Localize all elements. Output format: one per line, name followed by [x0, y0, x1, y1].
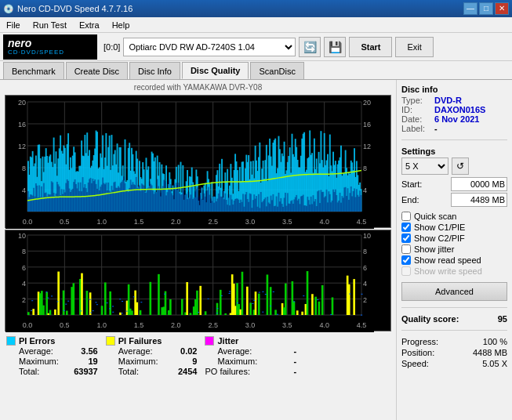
refresh-button[interactable]: 🔄 [299, 37, 321, 57]
jitter-avg-value: - [257, 346, 296, 356]
start-label: Start: [401, 179, 422, 189]
advanced-button[interactable]: Advanced [401, 282, 507, 301]
id-label: ID: [401, 105, 431, 114]
pi-errors-total-label: Total: [19, 367, 39, 376]
pi-failures-avg-label: Average: [118, 346, 153, 356]
show-c1pie-label: Show C1/PIE [414, 223, 465, 232]
maximize-button[interactable]: □ [479, 2, 493, 15]
disc-info-title: Disc info [401, 85, 507, 94]
end-label: End: [401, 195, 419, 205]
pi-errors-label: PI Errors [19, 336, 55, 346]
pi-errors-avg-label: Average: [19, 346, 53, 356]
po-failures-label: PO failures: [205, 367, 249, 376]
show-read-speed-label: Show read speed [414, 255, 481, 265]
pi-errors-total-value: 63937 [59, 367, 98, 376]
pi-failures-total-label: Total: [118, 367, 139, 376]
pi-errors-max-label: Maximum: [19, 357, 59, 366]
start-input[interactable] [451, 177, 507, 191]
type-label: Type: [401, 96, 431, 105]
save-button[interactable]: 💾 [324, 37, 346, 57]
type-value: DVD-R [434, 96, 462, 105]
jitter-max-label: Maximum: [217, 357, 257, 366]
app-icon: 💿 [3, 4, 14, 14]
progress-label: Progress: [401, 337, 438, 346]
show-c2pif-label: Show C2/PIF [414, 234, 465, 243]
tab-disc-quality[interactable]: Disc Quality [182, 62, 249, 79]
speed-label: Speed: [401, 359, 429, 368]
pi-errors-avg-value: 3.56 [59, 346, 98, 356]
checkboxes-section: Quick scan Show C1/PIE Show C2/PIF Show … [401, 212, 507, 276]
menu-run-test[interactable]: Run Test [30, 19, 70, 31]
settings-section: Settings 5 X 1 X 2 X 4 X 8 X Max ↺ Start… [401, 147, 507, 207]
stats-row: PI Errors Average: 3.56 Maximum: 19 Tota… [5, 333, 391, 378]
label-label: Label: [401, 124, 431, 133]
show-read-speed-checkbox[interactable] [401, 255, 411, 265]
main-content: recorded with YAMAKAWA DVR-Y08 PI Errors… [0, 80, 512, 420]
menu-help[interactable]: Help [109, 19, 133, 31]
quick-scan-checkbox[interactable] [401, 212, 411, 221]
start-button[interactable]: Start [349, 37, 392, 57]
position-value: 4488 MB [473, 348, 507, 357]
pi-failures-group: PI Failures Average: 0.02 Maximum: 9 Tot… [106, 336, 198, 376]
position-label: Position: [401, 348, 434, 357]
jitter-max-value: - [257, 357, 296, 366]
pi-failures-color [106, 336, 115, 346]
po-failures-value: - [257, 367, 296, 376]
end-input[interactable] [451, 193, 507, 207]
jitter-avg-label: Average: [217, 346, 252, 356]
title-bar: 💿 Nero CD-DVD Speed 4.7.7.16 — □ ✕ [0, 0, 512, 17]
tab-scan-disc[interactable]: ScanDisc [250, 62, 303, 79]
toolbar: nero CD·DVD/SPEED [0:0] Optiarc DVD RW A… [0, 33, 512, 61]
nero-product: CD·DVD/SPEED [8, 49, 64, 56]
pi-failures-label: PI Failures [118, 336, 162, 346]
tab-benchmark[interactable]: Benchmark [3, 62, 64, 79]
pi-errors-color [6, 336, 16, 346]
jitter-label: Jitter [217, 336, 238, 346]
title-bar-text: Nero CD-DVD Speed 4.7.7.16 [17, 4, 133, 13]
show-write-speed-label: Show write speed [414, 266, 482, 276]
quality-score-value: 95 [498, 314, 507, 324]
pi-failures-avg-value: 0.02 [158, 346, 197, 356]
drive-select[interactable]: Optiarc DVD RW AD-7240S 1.04 [123, 38, 296, 56]
nero-logo: nero CD·DVD/SPEED [3, 34, 97, 60]
quality-score-label: Quality score: [401, 314, 459, 324]
settings-title: Settings [401, 147, 507, 156]
pi-failures-max-value: 9 [158, 357, 197, 366]
drive-label: [0:0] [103, 42, 120, 52]
minimize-button[interactable]: — [463, 2, 478, 15]
show-jitter-checkbox[interactable] [401, 244, 411, 254]
show-c2pif-checkbox[interactable] [401, 234, 411, 243]
label-value: - [434, 124, 438, 133]
speed-display-value: 5.05 X [482, 359, 507, 368]
bottom-chart [5, 230, 391, 331]
quick-scan-label: Quick scan [414, 212, 456, 221]
drive-selector: [0:0] Optiarc DVD RW AD-7240S 1.04 [103, 38, 296, 56]
nero-brand: nero [8, 38, 31, 49]
right-panel: Disc info Type: DVD-R ID: DAXON016S Date… [396, 80, 512, 420]
pi-errors-max-value: 19 [59, 357, 98, 366]
speed-refresh-button[interactable]: ↺ [452, 158, 469, 175]
menu-file[interactable]: File [3, 19, 24, 31]
disc-info-section: Disc info Type: DVD-R ID: DAXON016S Date… [401, 85, 507, 133]
pi-errors-group: PI Errors Average: 3.56 Maximum: 19 Tota… [6, 336, 98, 376]
date-value: 6 Nov 2021 [434, 114, 479, 124]
date-label: Date: [401, 114, 431, 124]
top-chart [5, 95, 391, 228]
pi-failures-max-label: Maximum: [118, 357, 158, 366]
tab-disc-info[interactable]: Disc Info [129, 62, 180, 79]
jitter-color [205, 336, 214, 346]
exit-button[interactable]: Exit [395, 37, 433, 57]
tab-create-disc[interactable]: Create Disc [66, 62, 128, 79]
chart-title: recorded with YAMAKAWA DVR-Y08 [5, 83, 391, 92]
speed-select[interactable]: 5 X 1 X 2 X 4 X 8 X Max [401, 158, 448, 175]
show-write-speed-checkbox [401, 266, 411, 276]
close-button[interactable]: ✕ [495, 2, 509, 15]
menu-extra[interactable]: Extra [76, 19, 103, 31]
jitter-group: Jitter Average: - Maximum: - PO failures… [205, 336, 296, 376]
show-jitter-label: Show jitter [414, 244, 454, 254]
chart-area: recorded with YAMAKAWA DVR-Y08 PI Errors… [0, 80, 396, 420]
tabs: Benchmark Create Disc Disc Info Disc Qua… [0, 61, 512, 80]
progress-section: Progress: 100 % Position: 4488 MB Speed:… [401, 337, 507, 368]
show-c1pie-checkbox[interactable] [401, 223, 411, 232]
id-value: DAXON016S [434, 105, 485, 114]
